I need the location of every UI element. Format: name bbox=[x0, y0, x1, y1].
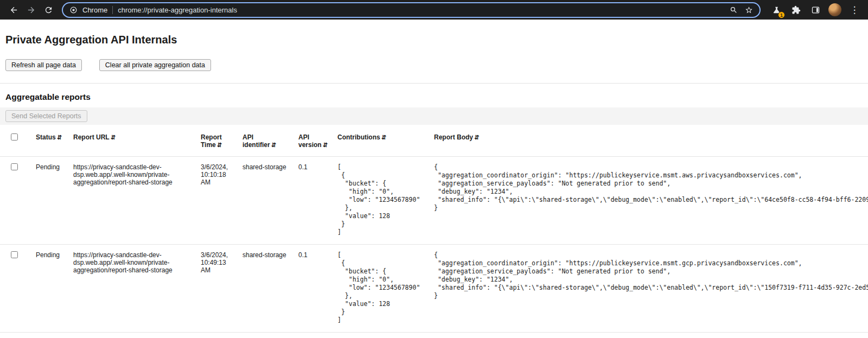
send-selected-button[interactable]: Send Selected Reports bbox=[5, 110, 87, 122]
api-identifier-cell: shared-storage bbox=[237, 245, 293, 333]
reports-table: Status⇵ Report URL⇵ Report Time⇵ API ide… bbox=[0, 127, 868, 333]
api-identifier-cell: shared-storage bbox=[237, 157, 293, 245]
chip-divider bbox=[112, 6, 113, 14]
toolbar-right-icons: 1 ⋮ bbox=[766, 2, 863, 18]
api-version-cell: 0.1 bbox=[293, 245, 332, 333]
bookmark-star-icon[interactable] bbox=[741, 3, 756, 17]
reports-toolbar: Send Selected Reports bbox=[0, 107, 868, 125]
report-time-cell: 3/6/2024, 10:10:18 AM bbox=[195, 157, 237, 245]
search-icon[interactable] bbox=[726, 3, 741, 17]
clear-all-button[interactable]: Clear all private aggregation data bbox=[99, 59, 211, 71]
site-chip-label: Chrome bbox=[82, 6, 107, 14]
forward-button[interactable] bbox=[23, 2, 39, 18]
api-version-cell: 0.1 bbox=[293, 157, 332, 245]
sort-icon: ⇵ bbox=[381, 134, 386, 141]
sort-icon: ⇵ bbox=[323, 142, 328, 148]
notification-badge: 1 bbox=[778, 11, 785, 18]
url-text: chrome://private-aggregation-internals bbox=[118, 6, 237, 14]
col-header-api-version[interactable]: API version⇵ bbox=[293, 127, 332, 157]
sort-icon: ⇵ bbox=[111, 134, 116, 141]
col-header-report-time[interactable]: Report Time⇵ bbox=[195, 127, 237, 157]
row-checkbox[interactable] bbox=[11, 251, 18, 258]
section-divider bbox=[0, 83, 868, 84]
sort-icon: ⇵ bbox=[271, 142, 276, 148]
contributions-json: [ { "bucket": { "high": "0", "low": "123… bbox=[337, 251, 424, 324]
forward-arrow-icon bbox=[27, 5, 36, 15]
report-body-json: { "aggregation_coordinator_origin": "htt… bbox=[434, 251, 864, 300]
browser-toolbar: Chrome chrome://private-aggregation-inte… bbox=[0, 0, 868, 20]
extensions-icon[interactable] bbox=[788, 2, 804, 18]
sort-icon: ⇵ bbox=[474, 134, 479, 141]
reload-icon bbox=[44, 5, 53, 15]
status-cell: Pending bbox=[30, 245, 68, 333]
back-arrow-icon bbox=[9, 5, 18, 15]
reload-button[interactable] bbox=[40, 2, 56, 18]
back-button[interactable] bbox=[5, 2, 22, 18]
row-checkbox[interactable] bbox=[11, 163, 18, 170]
sort-icon: ⇵ bbox=[217, 142, 222, 148]
report-url-cell: https://privacy-sandcastle-dev-dsp.web.a… bbox=[68, 157, 195, 245]
section-title: Aggregatable reports bbox=[5, 92, 863, 102]
refresh-all-button[interactable]: Refresh all page data bbox=[5, 59, 82, 71]
contributions-json: [ { "bucket": { "high": "0", "low": "123… bbox=[337, 163, 424, 237]
avatar-image bbox=[828, 3, 841, 16]
table-row: Pending https://privacy-sandcastle-dev-d… bbox=[0, 245, 868, 333]
table-row: Pending https://privacy-sandcastle-dev-d… bbox=[0, 157, 868, 245]
menu-kebab-icon[interactable]: ⋮ bbox=[846, 2, 863, 18]
report-body-json: { "aggregation_coordinator_origin": "htt… bbox=[434, 163, 864, 212]
address-bar[interactable]: Chrome chrome://private-aggregation-inte… bbox=[62, 2, 761, 18]
page-title: Private Aggregation API Internals bbox=[5, 34, 863, 46]
experiments-beaker-icon[interactable]: 1 bbox=[768, 2, 784, 18]
status-cell: Pending bbox=[30, 157, 68, 245]
sort-icon: ⇵ bbox=[57, 134, 62, 141]
select-all-checkbox[interactable] bbox=[11, 133, 18, 141]
profile-avatar[interactable] bbox=[827, 2, 843, 18]
col-header-status[interactable]: Status⇵ bbox=[30, 127, 68, 157]
table-header-row: Status⇵ Report URL⇵ Report Time⇵ API ide… bbox=[0, 127, 868, 157]
report-time-cell: 3/6/2024, 10:49:13 AM bbox=[195, 245, 237, 333]
col-header-report-url[interactable]: Report URL⇵ bbox=[68, 127, 195, 157]
col-header-report-body[interactable]: Report Body⇵ bbox=[429, 127, 868, 157]
side-panel-icon[interactable] bbox=[807, 2, 824, 18]
report-url-cell: https://privacy-sandcastle-dev-dsp.web.a… bbox=[68, 245, 195, 333]
col-header-api-identifier[interactable]: API identifier⇵ bbox=[237, 127, 293, 157]
chrome-logo-icon bbox=[69, 6, 78, 14]
col-header-contributions[interactable]: Contributions⇵ bbox=[332, 127, 429, 157]
